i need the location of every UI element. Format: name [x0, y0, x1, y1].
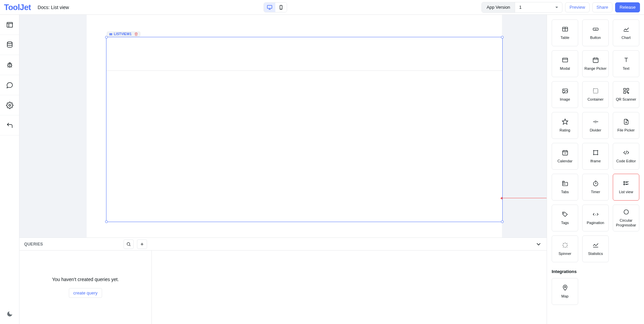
widget-card-container[interactable]: Container [582, 81, 609, 108]
mobile-view-button[interactable] [275, 3, 287, 12]
container-icon [592, 87, 599, 95]
calendar-icon: 19 [562, 149, 568, 156]
theme-toggle[interactable] [0, 304, 19, 324]
preview-button[interactable]: Preview [565, 2, 589, 12]
star-icon [562, 118, 568, 125]
widget-card-button[interactable]: OKButton [582, 19, 609, 46]
widget-label: Code Editor [616, 159, 636, 164]
widget-card-range[interactable]: Range Picker [582, 50, 609, 77]
widget-card-pagination[interactable]: 1Pagination [582, 205, 609, 231]
spinner-icon [562, 241, 568, 249]
selected-widget-badge[interactable]: LISTVIEW1 [107, 32, 140, 37]
widget-label: Rating [560, 128, 570, 133]
svg-point-71 [564, 184, 564, 184]
svg-rect-33 [593, 58, 598, 62]
settings-nav[interactable] [0, 95, 19, 115]
widget-card-text[interactable]: Text [613, 50, 639, 77]
widget-label: Image [560, 97, 570, 102]
svg-rect-31 [562, 58, 567, 62]
version-label: App Version [482, 2, 515, 12]
desktop-view-button[interactable] [264, 3, 275, 12]
widget-label: File Picker [617, 128, 635, 133]
widget-label: Iframe [590, 159, 601, 164]
tags-icon [562, 211, 568, 218]
widget-label: Text [623, 66, 629, 71]
svg-point-8 [7, 42, 12, 43]
query-panel: QUERIES [19, 237, 547, 324]
create-query-button[interactable]: create query [69, 288, 102, 298]
listview-row[interactable] [106, 37, 502, 71]
resize-handle[interactable] [105, 36, 108, 39]
widget-card-calendar[interactable]: 19Calendar [552, 143, 578, 170]
comments-nav[interactable] [0, 75, 19, 95]
widget-card-map[interactable]: Map [552, 278, 578, 305]
datasources-nav[interactable] [0, 35, 19, 55]
resize-handle[interactable] [501, 36, 504, 39]
code-icon [623, 149, 630, 156]
widget-card-stats[interactable]: Statistics [582, 235, 609, 262]
integrations-heading: Integrations [552, 269, 639, 274]
widget-card-qr[interactable]: QR Scanner [613, 81, 639, 108]
version-value[interactable]: 1 [515, 2, 562, 12]
svg-rect-80 [624, 184, 625, 185]
listview-widget[interactable] [106, 37, 503, 222]
collapse-queries-button[interactable] [535, 241, 542, 248]
svg-rect-0 [267, 5, 272, 8]
search-icon [126, 242, 131, 247]
selected-widget-name: LISTVIEW1 [114, 32, 132, 36]
widget-card-code[interactable]: Code Editor [613, 143, 639, 170]
share-button[interactable]: Share [592, 2, 613, 12]
svg-text:19: 19 [564, 152, 566, 154]
layout-icon [6, 21, 13, 29]
svg-line-13 [7, 63, 8, 64]
svg-rect-19 [109, 34, 112, 34]
svg-rect-42 [624, 89, 626, 91]
svg-point-21 [127, 242, 130, 245]
version-selector[interactable]: App Version 1 [481, 2, 562, 13]
mobile-icon [278, 5, 284, 10]
widget-card-image[interactable]: Image [552, 81, 578, 108]
widget-card-timer[interactable]: Timer [582, 174, 609, 201]
breadcrumb: Docs: List view [38, 5, 69, 10]
delete-widget-button[interactable] [134, 32, 138, 36]
resize-handle[interactable] [501, 220, 504, 223]
search-queries-button[interactable] [124, 239, 134, 249]
database-icon [6, 41, 13, 49]
widget-card-listview[interactable]: List view [613, 174, 639, 201]
widget-card-chart[interactable]: Chart [613, 19, 639, 46]
listview-icon [623, 180, 630, 187]
widget-label: Tabs [561, 190, 569, 195]
widget-card-spinner[interactable]: Spinner [552, 235, 578, 262]
svg-rect-43 [627, 89, 629, 91]
widget-label: Circular Progressbar [613, 218, 639, 228]
widget-label: Calendar [557, 159, 572, 164]
debug-nav[interactable] [0, 55, 19, 75]
comment-icon [6, 82, 13, 89]
view-switcher [264, 2, 287, 12]
queries-title: QUERIES [24, 242, 43, 247]
widget-label: Statistics [588, 252, 603, 256]
widget-card-circular[interactable]: Circular Progressbar [613, 205, 639, 231]
widget-card-iframe[interactable]: Iframe [582, 143, 609, 170]
add-query-button[interactable] [137, 239, 147, 249]
table-icon [562, 25, 568, 33]
resize-handle[interactable] [105, 220, 108, 223]
release-button[interactable]: Release [615, 2, 640, 12]
widget-card-tabs[interactable]: Tabs [552, 174, 578, 201]
svg-line-93 [566, 243, 567, 244]
logo[interactable]: ToolJet [4, 3, 31, 12]
moon-icon [6, 311, 13, 317]
divider-icon [592, 118, 599, 125]
widget-card-table[interactable]: Table [552, 19, 578, 46]
widget-card-modal[interactable]: Modal [552, 50, 578, 77]
widget-card-tags[interactable]: Tags [552, 205, 578, 231]
widget-card-star[interactable]: Rating [552, 112, 578, 139]
widget-card-file[interactable]: File Picker [613, 112, 639, 139]
widget-card-divider[interactable]: Divider [582, 112, 609, 139]
svg-rect-5 [7, 22, 12, 27]
widgets-panel: TableOKButtonChartModalRange PickerTextI… [547, 15, 644, 324]
plus-icon [140, 242, 144, 247]
header: ToolJet Docs: List view App Version 1 Pr… [0, 0, 644, 15]
pages-nav[interactable] [0, 15, 19, 35]
undo-nav[interactable] [0, 115, 19, 136]
